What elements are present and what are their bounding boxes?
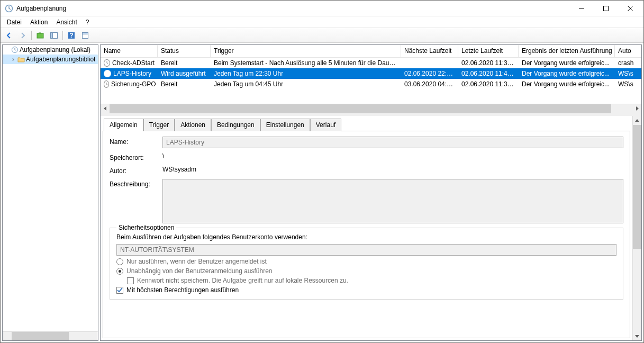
back-button[interactable] [3, 29, 15, 42]
forward-button[interactable] [16, 29, 29, 42]
maximize-button[interactable] [594, 1, 618, 16]
name-label: Name: [110, 137, 162, 146]
toolbar-separator [62, 31, 63, 40]
description-field[interactable] [162, 179, 623, 223]
location-label: Speicherort: [110, 152, 162, 161]
details-vertical-scrollbar[interactable] [632, 116, 641, 340]
account-field[interactable]: NT-AUTORITÄT\SYSTEM [116, 244, 616, 256]
col-result[interactable]: Ergebnis der letzten Ausführung [519, 45, 615, 57]
clock-icon [104, 80, 109, 88]
col-author[interactable]: Auto [615, 45, 641, 57]
tab-general[interactable]: Allgemein [104, 119, 143, 131]
up-button[interactable] [34, 29, 47, 42]
svg-rect-2 [37, 33, 43, 38]
radio-run-any[interactable]: Unabhängig von der Benutzeranmeldung aus… [116, 267, 616, 275]
checkbox-highest-privileges[interactable]: Mit höchsten Berechtigungen ausführen [116, 286, 616, 294]
clock-icon [11, 46, 19, 53]
svg-text:?: ? [69, 32, 73, 39]
checkbox-no-password[interactable]: Kennwort nicht speichern. Die Aufgabe gr… [127, 277, 616, 284]
tab-actions[interactable]: Aktionen [175, 119, 211, 131]
tree-item-label: Aufgabenplanungsbibliot [26, 56, 95, 63]
menu-view[interactable]: Ansicht [52, 17, 81, 27]
tab-history[interactable]: Verlauf [310, 119, 341, 131]
window-title: Aufgabenplanung [16, 5, 569, 12]
radio-run-logged-on[interactable]: Nur ausführen, wenn der Benutzer angemel… [116, 258, 616, 265]
tab-trigger[interactable]: Trigger [143, 119, 175, 131]
svg-rect-4 [51, 32, 53, 38]
tree-item-label: Aufgabenplanung (Lokal) [20, 46, 90, 53]
clock-icon [104, 59, 110, 67]
table-row[interactable]: Sicherung-GPO Bereit Jeden Tag um 04:45 … [101, 79, 641, 89]
checkbox-icon [116, 287, 123, 294]
folder-icon [17, 56, 25, 63]
col-status[interactable]: Status [158, 45, 211, 57]
properties-button[interactable] [79, 29, 92, 42]
content-pane: Name Status Trigger Nächste Laufzeit Let… [100, 44, 642, 341]
tab-conditions[interactable]: Bedingungen [211, 119, 260, 131]
scroll-down-icon[interactable] [633, 331, 641, 340]
tab-settings[interactable]: Einstellungen [260, 119, 310, 131]
navigation-tree[interactable]: Aufgabenplanung (Lokal) › Aufgabenplanun… [2, 44, 98, 341]
tree-library[interactable]: › Aufgabenplanungsbibliot [3, 55, 98, 64]
col-last[interactable]: Letzte Laufzeit [458, 45, 519, 57]
task-list: Name Status Trigger Nächste Laufzeit Let… [101, 45, 641, 113]
tree-root[interactable]: Aufgabenplanung (Lokal) [3, 45, 98, 55]
checkbox-icon [127, 277, 134, 284]
col-trigger[interactable]: Trigger [211, 45, 401, 57]
scroll-right-icon[interactable] [632, 104, 641, 113]
location-value: \ [162, 152, 623, 160]
menu-file[interactable]: Datei [3, 17, 26, 27]
scroll-left-icon[interactable] [101, 104, 110, 113]
toolbar: ? [1, 28, 643, 43]
table-row[interactable]: Check-ADStart Bereit Beim Systemstart - … [101, 58, 641, 68]
radio-icon [116, 268, 123, 275]
description-label: Beschreibung: [110, 179, 162, 188]
account-hint: Beim Ausführen der Aufgaben folgendes Be… [116, 233, 616, 241]
menu-help[interactable]: ? [81, 17, 94, 27]
svg-rect-1 [604, 6, 609, 11]
app-icon [5, 4, 13, 13]
task-details: Allgemein Trigger Aktionen Bedingungen E… [101, 116, 641, 340]
author-label: Autor: [110, 166, 162, 175]
help-button[interactable]: ? [65, 29, 78, 42]
security-legend: Sicherheitsoptionen [116, 224, 176, 231]
task-scheduler-window: Aufgabenplanung Datei Aktion Ansicht ? ? [0, 0, 644, 343]
titlebar[interactable]: Aufgabenplanung [1, 1, 643, 16]
clock-icon [104, 70, 111, 77]
col-name[interactable]: Name [101, 45, 158, 57]
tab-general-body: Name: LAPS-History Speicherort: \ Autor:… [103, 131, 630, 338]
scroll-up-icon[interactable] [633, 116, 641, 125]
menu-action[interactable]: Aktion [26, 17, 52, 27]
name-field[interactable]: LAPS-History [162, 137, 623, 148]
tree-expand-icon[interactable]: › [10, 56, 16, 63]
menubar: Datei Aktion Ansicht ? [1, 16, 643, 28]
task-list-horizontal-scrollbar[interactable] [101, 104, 641, 113]
radio-icon [116, 258, 123, 265]
tree-horizontal-scrollbar[interactable] [3, 331, 98, 340]
client-area: Aufgabenplanung (Lokal) › Aufgabenplanun… [1, 43, 643, 342]
author-value: WS\sysadm [162, 166, 623, 173]
col-next[interactable]: Nächste Laufzeit [401, 45, 458, 57]
table-row[interactable]: LAPS-History Wird ausgeführt Jeden Tag u… [101, 68, 641, 79]
toolbar-separator [31, 31, 32, 40]
task-list-header: Name Status Trigger Nächste Laufzeit Let… [101, 45, 641, 58]
show-hide-tree-button[interactable] [48, 29, 60, 42]
close-button[interactable] [618, 1, 642, 16]
detail-tabs: Allgemein Trigger Aktionen Bedingungen E… [103, 118, 630, 131]
security-options-group: Sicherheitsoptionen Beim Ausführen der A… [110, 228, 623, 300]
minimize-button[interactable] [569, 1, 594, 16]
svg-rect-8 [83, 32, 88, 34]
